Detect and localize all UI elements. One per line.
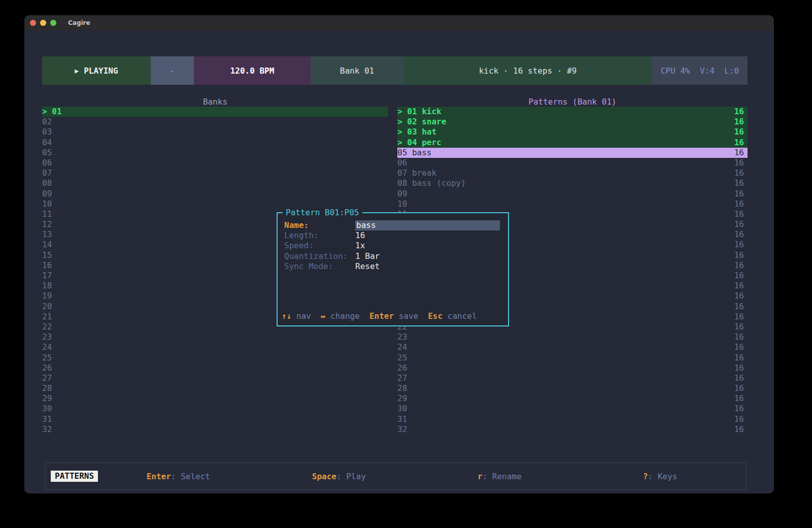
play-icon: ▶	[75, 67, 79, 75]
bank-row[interactable]: 29	[42, 393, 388, 404]
hint-key: ↑↓	[282, 311, 291, 321]
pattern-steps-count: 16	[734, 178, 748, 188]
dialog-field-row: Sync Mode:Reset	[284, 261, 502, 272]
bank-row[interactable]: 06	[42, 158, 388, 168]
pattern-row-label: 08 bass (copy)	[397, 178, 466, 188]
pattern-steps-count: 16	[734, 229, 748, 240]
pattern-steps-count: 16	[734, 373, 748, 383]
pattern-row[interactable]: 1016	[397, 199, 748, 209]
hint-key: ?	[643, 472, 648, 481]
dialog-field-label: Quantization:	[284, 251, 355, 261]
bank-row[interactable]: 26	[42, 363, 388, 373]
dialog-field-label: Name:	[284, 220, 355, 230]
cpu-stats-display: CPU 4% V:4 L:0	[652, 56, 748, 85]
dialog-field-value[interactable]: 1 Bar	[355, 251, 380, 261]
pattern-row-label: 25	[397, 353, 407, 363]
bank-row-label: 12	[42, 219, 52, 229]
pattern-row-label: 26	[397, 363, 407, 373]
pattern-row[interactable]: 2516	[397, 353, 748, 363]
bank-row-label: 07	[42, 168, 52, 178]
pattern-row[interactable]: 2416	[397, 342, 748, 352]
bank-row[interactable]: 04	[42, 138, 388, 148]
pattern-row-label: 06	[397, 158, 407, 168]
bank-row[interactable]: 05	[42, 148, 388, 158]
terminal-content: ▶ PLAYING - 120.0 BPM Bank 01 kick · 16 …	[24, 30, 774, 493]
pattern-row[interactable]: 07 break16	[397, 168, 748, 178]
banks-header: Banks	[42, 97, 388, 107]
bank-row-label: 27	[42, 373, 52, 383]
bank-row[interactable]: > 01	[42, 107, 388, 117]
bank-row[interactable]: 09	[42, 189, 388, 199]
dialog-field-value[interactable]: 1x	[355, 241, 365, 251]
zoom-window-icon[interactable]	[50, 20, 56, 26]
bank-row[interactable]: 02	[42, 117, 388, 127]
pattern-steps-count: 16	[734, 189, 748, 199]
pattern-row[interactable]: 0616	[397, 158, 748, 168]
dialog-field-label: Length:	[284, 230, 355, 241]
bank-row[interactable]: 07	[42, 168, 388, 178]
pattern-steps-count: 16	[734, 148, 748, 158]
pattern-row[interactable]: 2916	[397, 393, 748, 404]
pattern-row[interactable]: 08 bass (copy)16	[397, 178, 748, 188]
pattern-row[interactable]: 3016	[397, 404, 748, 414]
bank-row[interactable]: 23	[42, 332, 388, 342]
pattern-steps-count: 16	[734, 138, 748, 148]
pattern-row[interactable]: 3216	[397, 424, 748, 435]
bank-row-label: > 01	[42, 107, 62, 117]
pattern-steps-count: 16	[734, 414, 748, 424]
pattern-row[interactable]: 05 bass16	[397, 148, 748, 158]
dialog-field-value[interactable]: Reset	[355, 261, 380, 272]
bank-display: Bank 01	[311, 56, 403, 85]
bank-row[interactable]: 28	[42, 383, 388, 393]
pattern-steps-count: 16	[734, 250, 748, 260]
bank-row[interactable]: 32	[42, 424, 388, 435]
hint-key: Enter	[369, 311, 394, 321]
bank-row[interactable]: 24	[42, 342, 388, 352]
bank-row[interactable]: 31	[42, 414, 388, 424]
bank-row[interactable]: 30	[42, 404, 388, 414]
pattern-row-label: > 04 perc	[397, 138, 442, 148]
minimize-window-icon[interactable]	[40, 20, 46, 26]
pattern-dialog-hints: ↑↓ nav↔ changeEnter saveEsc cancel	[282, 311, 487, 321]
pattern-row[interactable]: > 02 snare16	[397, 117, 748, 127]
hint-key: ↔	[321, 311, 326, 321]
pattern-row-label: 10	[397, 199, 407, 209]
footer-hint: ?: Keys	[580, 472, 740, 481]
bank-row[interactable]: 27	[42, 373, 388, 383]
pattern-row[interactable]: > 03 hat16	[397, 127, 748, 137]
pattern-row[interactable]: 2716	[397, 373, 748, 383]
pattern-row[interactable]: 2616	[397, 363, 748, 373]
pattern-row[interactable]: 2316	[397, 332, 748, 342]
pattern-row-label: 07 break	[397, 168, 436, 178]
pattern-row[interactable]: 0916	[397, 189, 748, 199]
bank-row-label: 31	[42, 414, 52, 424]
bank-row-label: 18	[42, 281, 52, 291]
dialog-field-label: Speed:	[284, 241, 355, 251]
pattern-row[interactable]: 2816	[397, 383, 748, 393]
dialog-field-value[interactable]: 16	[355, 230, 365, 241]
pattern-dialog-title: Pattern B01:P05	[283, 207, 362, 218]
pattern-steps-count: 16	[734, 363, 748, 373]
bank-row[interactable]: 03	[42, 127, 388, 137]
bank-row-label: 05	[42, 148, 52, 158]
pattern-row[interactable]: > 01 kick16	[397, 107, 748, 117]
pattern-steps-count: 16	[734, 353, 748, 363]
bank-row[interactable]: 25	[42, 353, 388, 363]
pattern-steps-count: 16	[734, 271, 748, 281]
status-bar: ▶ PLAYING - 120.0 BPM Bank 01 kick · 16 …	[42, 56, 748, 85]
bank-row[interactable]: 08	[42, 178, 388, 188]
name-input[interactable]: bass	[355, 220, 500, 230]
footer-bar: PATTERNS Enter: SelectSpace: Playr: Rena…	[45, 463, 747, 490]
bpm-display: 120.0 BPM	[194, 56, 311, 85]
hint-label: change	[325, 311, 359, 321]
pattern-steps-count: 16	[734, 117, 748, 127]
pattern-row-label: 28	[397, 383, 407, 393]
pattern-row[interactable]: 3116	[397, 414, 748, 424]
pattern-row[interactable]: > 04 perc16	[397, 138, 748, 148]
pattern-steps-count: 16	[734, 209, 748, 219]
bank-row-label: 17	[42, 271, 52, 281]
bank-row-label: 10	[42, 199, 52, 209]
hint-label: : Keys	[648, 472, 678, 481]
close-window-icon[interactable]	[30, 20, 36, 26]
dialog-hint: Esc cancel	[428, 311, 477, 321]
